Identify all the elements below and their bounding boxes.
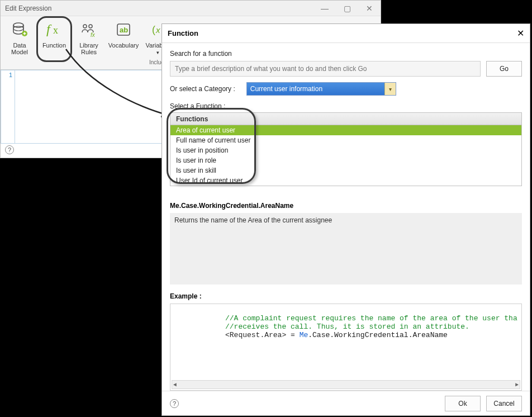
function-signature: Me.Case.WorkingCredential.AreaName — [170, 202, 522, 210]
ribbon-data-model[interactable]: DataModel — [6, 20, 33, 55]
library-icon: fx — [79, 20, 99, 40]
minimize-button[interactable]: — — [314, 1, 336, 16]
close-button[interactable]: ✕ — [358, 1, 381, 16]
dialog-title: Function — [168, 29, 198, 37]
function-item[interactable]: User Id of current user — [170, 176, 521, 186]
svg-text:ab: ab — [120, 26, 128, 34]
svg-text:fx: fx — [91, 32, 96, 38]
function-item[interactable]: Is user in role — [170, 155, 521, 165]
function-description: Returns the name of the Area of the curr… — [170, 213, 522, 285]
select-function-label: Select a Function : — [170, 102, 522, 110]
ribbon-label: Function — [42, 42, 66, 49]
horizontal-scrollbar[interactable]: ◄► — [172, 380, 520, 389]
line-gutter: 1 — [1, 70, 15, 144]
example-label: Example : — [170, 292, 522, 300]
ribbon-vocabulary[interactable]: ab Vocabulary — [110, 20, 137, 49]
functions-header: Functions — [170, 113, 521, 125]
svg-point-5 — [83, 25, 87, 28]
ribbon-label: LibraryRules — [79, 42, 98, 55]
go-button[interactable]: Go — [486, 61, 522, 77]
scroll-right-icon[interactable]: ► — [515, 382, 519, 388]
titlebar: Edit Expression — ▢ ✕ — [1, 1, 381, 16]
window-controls: — ▢ ✕ — [314, 1, 381, 16]
category-label: Or select a Category : — [170, 85, 235, 93]
svg-text:x: x — [53, 25, 58, 36]
cancel-button[interactable]: Cancel — [486, 396, 522, 411]
functions-panel: Functions Area of current user Full name… — [170, 112, 522, 186]
functions-panel-wrap: Functions Area of current user Full name… — [170, 110, 522, 189]
fx-icon: fx — [44, 20, 64, 40]
database-icon — [10, 20, 30, 40]
ribbon-function[interactable]: fx Function — [41, 20, 68, 49]
maximize-button[interactable]: ▢ — [336, 1, 358, 16]
ribbon-label: DataModel — [11, 42, 28, 55]
ribbon-label: Vocabulary — [108, 42, 139, 49]
svg-text:x: x — [155, 25, 160, 35]
category-value: Current user information — [250, 85, 322, 93]
functions-list[interactable]: Area of current user Full name of curren… — [170, 125, 521, 186]
vocabulary-icon: ab — [113, 20, 134, 40]
dialog-body: Search for a function Go Or select a Cat… — [162, 43, 530, 391]
svg-text:f: f — [46, 22, 52, 36]
ok-button[interactable]: Ok — [445, 396, 481, 411]
window-title: Edit Expression — [5, 4, 51, 12]
function-item[interactable]: Full name of current user — [170, 135, 521, 145]
scroll-left-icon[interactable]: ◄ — [173, 382, 177, 388]
dialog-titlebar: Function ✕ — [162, 24, 530, 43]
ribbon-library-rules[interactable]: fx LibraryRules — [75, 20, 102, 55]
help-icon[interactable]: ? — [5, 145, 14, 154]
function-item[interactable]: Area of current user — [170, 125, 521, 135]
category-combobox[interactable]: Current user information ▾ — [246, 82, 396, 96]
svg-text:(: ( — [152, 24, 155, 35]
chevron-down-icon: ▾ — [384, 83, 396, 95]
help-icon[interactable]: ? — [170, 399, 179, 408]
svg-point-6 — [89, 25, 92, 28]
example-code: //A complaint request requires the name … — [170, 304, 522, 391]
search-label: Search for a function — [170, 50, 522, 58]
close-icon[interactable]: ✕ — [517, 28, 524, 39]
function-dialog: Function ✕ Search for a function Go Or s… — [162, 23, 530, 416]
function-item[interactable]: Is user in skill — [170, 165, 521, 176]
function-item[interactable]: Is user in position — [170, 145, 521, 155]
dialog-footer: ? Ok Cancel — [162, 391, 530, 415]
search-input[interactable] — [170, 61, 481, 77]
